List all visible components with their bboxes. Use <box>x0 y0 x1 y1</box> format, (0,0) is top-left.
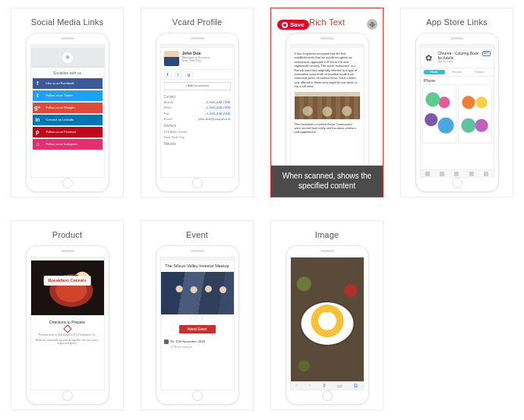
app-icon: ✿ <box>424 51 435 66</box>
rich-text-paragraph: The institutions in which these "restaur… <box>295 122 360 134</box>
avatar <box>164 51 179 66</box>
template-grid: Social Media Links ◉ Socialize with us f… <box>11 8 513 410</box>
phone-mockup: ✿ Chroma - Coloring Book for Adults Spri… <box>415 33 499 192</box>
tab-reviews: Reviews <box>447 70 468 74</box>
bookmarks-icon: ▭ <box>337 383 342 389</box>
card-vcard-profile[interactable]: Vcard Profile John Doe Manager at Scanov… <box>140 8 254 197</box>
rich-text-paragraph: It has long been accepted that the first… <box>295 52 360 89</box>
phone-screen: The Silicon Valley Investor Meetup • • •… <box>160 257 235 390</box>
card-social-media-links[interactable]: Social Media Links ◉ Socialize with us f… <box>11 8 124 197</box>
contact-row: Work+1-655-440-7400 <box>161 105 234 110</box>
move-handle-icon[interactable]: ✥ <box>367 19 377 30</box>
facebook-icon: f <box>164 71 172 77</box>
image-content <box>291 257 364 390</box>
phone-mockup: John Doe Manager at Scanova New York Cit… <box>156 33 239 192</box>
social-row-instagram: ⌂Follow us on Instagram <box>33 139 103 150</box>
appstore-tabs: Details Reviews Related <box>421 68 494 77</box>
event-image <box>161 272 234 314</box>
card-title: App Store Links <box>426 14 488 33</box>
event-time: 12:30 pm onwards <box>171 346 231 349</box>
social-row-linkedin: inConnect on LinkedIn <box>33 115 103 125</box>
section-website: Website <box>161 140 234 147</box>
card-title: Product <box>52 227 82 245</box>
social-row-twitter: tFollow us on Twitter <box>33 90 103 101</box>
linkedin-icon: in <box>33 115 43 125</box>
back-icon: ‹ <box>296 383 298 389</box>
card-title: Vcard Profile <box>172 14 223 33</box>
product-name: Breakfast Cereals <box>43 276 91 286</box>
card-title: Event <box>186 227 208 245</box>
googleplus-icon: g+ <box>33 103 43 113</box>
twitter-icon: t <box>33 90 43 101</box>
pinterest-icon <box>282 22 288 28</box>
event-name: The Silicon Valley Investor Meetup <box>161 261 234 272</box>
social-row-facebook: fLike us on Facebook <box>33 78 103 89</box>
tab-details: Details <box>424 70 445 74</box>
share-icon: ⇪ <box>322 383 327 389</box>
contact-row: Fax+1-655-440-7400 <box>161 111 234 116</box>
phone-screen: John Doe Manager at Scanova New York Cit… <box>160 44 235 178</box>
contact-row: Emailjohn.doe@scanova.io <box>161 116 234 122</box>
screenshot <box>422 84 456 144</box>
card-rich-text[interactable]: Rich Text Save ✥ It has long been accept… <box>270 8 384 197</box>
googleplus-icon: g <box>185 71 193 77</box>
get-button: GET <box>482 51 491 56</box>
tab-bar <box>421 169 494 177</box>
pinterest-icon: p <box>33 127 43 137</box>
forward-icon: › <box>309 383 311 389</box>
article-image <box>295 92 360 119</box>
phone-mockup: Breakfast Cereals Directions to Prepare … <box>26 245 109 405</box>
phone-mockup: The Silicon Valley Investor Meetup • • •… <box>156 245 239 405</box>
card-event[interactable]: Event The Silicon Valley Investor Meetup… <box>140 220 254 410</box>
product-step: Preheat oven to 350 degrees F (175 degre… <box>34 333 101 337</box>
social-heading: Socialize with us <box>31 68 104 78</box>
screenshot <box>458 84 492 144</box>
camera-icon: ◉ <box>62 52 73 63</box>
card-title: Rich Text <box>309 14 345 33</box>
event-date: Fri, 15th November, 2018 <box>171 340 205 344</box>
social-row-pinterest: pFollow us on Pinterest <box>33 127 103 137</box>
product-image <box>31 261 104 315</box>
divider-icon <box>63 324 71 333</box>
contact-row: Mobile+1-655-440-7400 <box>161 99 234 105</box>
cover-placeholder: ◉ <box>31 48 104 68</box>
phone-screen: Breakfast Cereals Directions to Prepare … <box>30 257 105 390</box>
tab-related: Related <box>469 70 491 74</box>
phone-mockup: ‹ › ⇪ ▭ ⧉ <box>286 245 369 405</box>
app-developer: Sprite Labs <box>437 60 478 64</box>
phone-mockup: ◉ Socialize with us fLike us on Facebook… <box>26 33 109 192</box>
phone-screen: ◉ Socialize with us fLike us on Facebook… <box>30 44 105 178</box>
section-address: Address <box>161 122 234 128</box>
platform-label: iPhone <box>421 77 494 84</box>
calendar-icon <box>164 339 169 344</box>
safari-toolbar: ‹ › ⇪ ▭ ⧉ <box>291 381 364 390</box>
attend-button: Attend Event <box>179 325 216 333</box>
twitter-icon: t <box>175 71 182 77</box>
card-title: Social Media Links <box>31 14 103 33</box>
phone-screen: It has long been accepted that the first… <box>290 44 365 178</box>
add-to-contacts: + Add to contacts <box>164 82 231 90</box>
card-app-store-links[interactable]: App Store Links ✿ Chroma - Coloring Book… <box>400 8 513 197</box>
tabs-icon: ⧉ <box>354 383 358 389</box>
product-step: Make the marinade by stirring together t… <box>34 339 101 346</box>
card-title: Image <box>315 227 339 245</box>
phone-screen: ‹ › ⇪ ▭ ⧉ <box>290 257 365 390</box>
card-image[interactable]: Image ‹ › ⇪ ▭ ⧉ <box>270 220 384 410</box>
instagram-icon: ⌂ <box>33 139 43 150</box>
phone-screen: ✿ Chroma - Coloring Book for Adults Spri… <box>420 44 494 178</box>
section-contact: Contact <box>161 93 234 99</box>
card-product[interactable]: Product Breakfast Cereals Directions to … <box>11 220 124 410</box>
carousel-dots: • • • <box>161 314 234 322</box>
card-caption: When scanned, shows the specified conten… <box>271 166 383 197</box>
contact-city: New York City <box>182 59 210 63</box>
social-row-googleplus: g+Follow us on Google+ <box>33 103 103 113</box>
pinterest-save-button[interactable]: Save <box>277 20 309 30</box>
facebook-icon: f <box>33 78 43 89</box>
